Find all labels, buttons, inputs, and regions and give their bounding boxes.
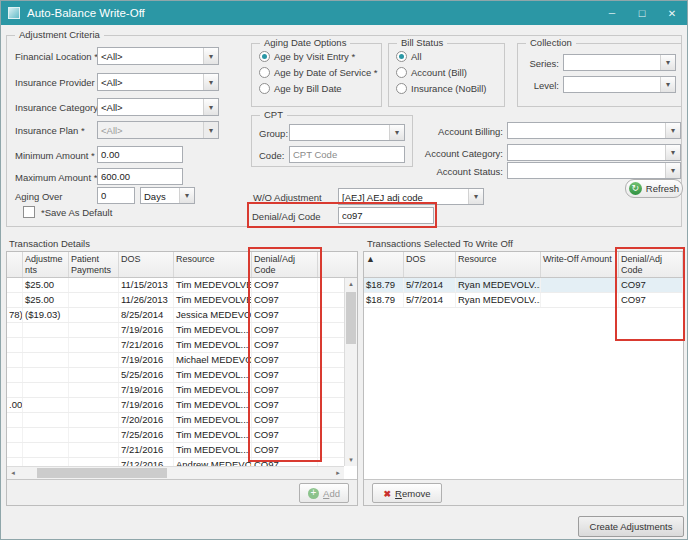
transaction-details-panel: AdjustmentsPatient PaymentsDOSResourceDe… <box>6 251 358 506</box>
denial-adj-code-input[interactable] <box>338 207 434 224</box>
table-cell: CO97 <box>252 293 318 307</box>
chevron-down-icon <box>203 99 218 115</box>
account-category-dropdown[interactable] <box>507 144 681 161</box>
column-header[interactable]: DOS <box>404 252 456 277</box>
add-button[interactable]: Add <box>299 483 349 503</box>
aging-unit-dropdown[interactable]: Days <box>140 187 195 204</box>
table-cell: CO97 <box>252 428 318 442</box>
table-row[interactable]: 7/12/2016Andrew MEDEVO...CO97 <box>7 458 344 466</box>
column-header[interactable]: Write-Off Amount <box>541 252 619 277</box>
table-cell: Tim MEDEVOL... <box>174 368 252 382</box>
account-billing-dropdown[interactable] <box>507 122 681 139</box>
maximum-amount-input[interactable] <box>97 168 183 185</box>
column-header[interactable]: Resource <box>456 252 541 277</box>
cpt-group-dropdown[interactable] <box>289 124 405 141</box>
table-row[interactable]: 7/21/2016Tim MEDEVOL...CO97 <box>7 338 344 353</box>
minimum-amount-input[interactable] <box>97 146 183 163</box>
table-cell: Tim MEDEVOLVE... <box>174 278 252 292</box>
radio-bill-status-account[interactable]: Account (Bill) <box>396 67 467 78</box>
table-cell: 7/19/2016 <box>119 353 174 367</box>
table-cell: Tim MEDEVOL... <box>174 383 252 397</box>
table-cell: Tim MEDEVOL... <box>174 413 252 427</box>
scrollbar-thumb[interactable] <box>346 292 356 344</box>
financial-location-dropdown[interactable]: <All> <box>97 47 219 65</box>
table-cell: 7/25/2016 <box>119 428 174 442</box>
radio-bill-status-insurance[interactable]: Insurance (NoBill) <box>396 83 487 94</box>
scroll-right-icon[interactable] <box>332 467 344 479</box>
table-row[interactable]: 78)($19.03)8/25/2014Jessica MEDEVOL...CO… <box>7 308 344 323</box>
plus-icon <box>308 488 319 499</box>
table-cell: $18.79 <box>364 293 404 307</box>
aging-over-input[interactable] <box>97 187 135 204</box>
account-status-label: Account Status: <box>421 166 503 177</box>
column-header[interactable] <box>7 252 23 277</box>
scroll-left-icon[interactable] <box>7 467 19 479</box>
table-cell <box>7 428 23 442</box>
radio-age-by-visit-entry[interactable]: Age by Visit Entry * <box>259 51 355 62</box>
table-cell: 5/7/2014 <box>404 278 456 292</box>
insurance-provider-dropdown[interactable]: <All> <box>97 73 219 91</box>
column-header[interactable]: Denial/Adj Code <box>619 252 683 277</box>
table-row[interactable]: 7/20/2016Tim MEDEVOL...CO97 <box>7 413 344 428</box>
table-row[interactable]: 7/19/2016Tim MEDEVOL...CO97 <box>7 323 344 338</box>
chevron-down-icon <box>660 77 675 92</box>
radio-age-by-bill-date[interactable]: Age by Bill Date <box>259 83 342 94</box>
column-header[interactable]: DOS <box>119 252 174 277</box>
table-row[interactable]: 7/19/2016Michael MEDEVOL...CO97 <box>7 353 344 368</box>
radio-age-by-date-of-service[interactable]: Age by Date of Service * <box>259 67 378 78</box>
table-cell: CO97 <box>619 293 683 307</box>
table-row[interactable]: $25.0011/15/2013Tim MEDEVOLVE...CO97 <box>7 278 344 293</box>
wo-adjustment-dropdown[interactable]: [AEJ] AEJ adj code <box>338 188 484 205</box>
column-header[interactable]: Resource <box>174 252 252 277</box>
table-row[interactable]: $25.0011/26/2013Tim MEDEVOLVE...CO97 <box>7 293 344 308</box>
table-cell: Tim MEDEVOL... <box>174 443 252 457</box>
column-header[interactable]: ▲ <box>364 252 404 277</box>
column-header[interactable]: Patient Payments <box>69 252 119 277</box>
table-row[interactable]: 7/25/2016Tim MEDEVOL...CO97 <box>7 428 344 443</box>
dropdown-value: <All> <box>98 74 203 90</box>
table-row[interactable]: 5/25/2016Tim MEDEVOL...CO97 <box>7 368 344 383</box>
radio-bill-status-all[interactable]: All <box>396 51 422 62</box>
table-row[interactable]: $18.795/7/2014Ryan MEDEVOLV...CO97 <box>364 278 683 293</box>
chevron-down-icon <box>389 125 404 140</box>
refresh-button[interactable]: Refresh <box>625 179 683 198</box>
series-dropdown[interactable] <box>563 54 676 71</box>
table-cell <box>23 428 69 442</box>
table-cell: CO97 <box>252 323 318 337</box>
table-cell: CO97 <box>252 353 318 367</box>
table-row[interactable]: $18.795/7/2014Ryan MEDEVOLV...CO97 <box>364 293 683 308</box>
table-row[interactable]: 7/21/2016Tim MEDEVOL...CO97 <box>7 443 344 458</box>
account-status-dropdown[interactable] <box>507 162 681 179</box>
vertical-scrollbar[interactable] <box>344 278 357 466</box>
table-cell: Andrew MEDEVO... <box>174 458 252 466</box>
table-cell: CO97 <box>252 383 318 397</box>
chevron-down-icon <box>179 188 194 203</box>
scroll-up-icon[interactable] <box>345 278 357 290</box>
insurance-category-dropdown[interactable]: <All> <box>97 98 219 116</box>
chevron-down-icon <box>660 55 675 70</box>
insurance-plan-label: Insurance Plan * <box>15 125 85 136</box>
cpt-code-input[interactable] <box>289 146 405 163</box>
table-cell: ($19.03) <box>23 308 69 322</box>
table-cell <box>69 458 119 466</box>
level-dropdown[interactable] <box>563 76 676 93</box>
minimize-button[interactable] <box>597 1 627 25</box>
window-controls <box>597 1 687 25</box>
close-button[interactable] <box>657 1 687 25</box>
remove-button[interactable]: Remove <box>372 483 442 503</box>
scroll-down-icon[interactable] <box>345 454 357 466</box>
horizontal-scrollbar[interactable] <box>7 466 344 479</box>
create-adjustments-button[interactable]: Create Adjustments <box>578 516 684 537</box>
table-cell <box>7 323 23 337</box>
column-header[interactable]: Adjustments <box>23 252 69 277</box>
table-cell: 78) <box>7 308 23 322</box>
maximize-button[interactable] <box>627 1 657 25</box>
column-header[interactable]: Denial/Adj Code <box>252 252 318 277</box>
table-row[interactable]: .007/19/2016Tim MEDEVOL...CO97 <box>7 398 344 413</box>
chevron-down-icon <box>665 163 680 178</box>
table-cell: Tim MEDEVOL... <box>174 428 252 442</box>
scrollbar-thumb[interactable] <box>37 468 167 478</box>
auto-balance-write-off-dialog: Auto-Balance Write-Off Adjustment Criter… <box>0 0 688 540</box>
table-row[interactable]: 7/19/2016Tim MEDEVOL...CO97 <box>7 383 344 398</box>
save-as-default-checkbox[interactable] <box>23 206 35 218</box>
